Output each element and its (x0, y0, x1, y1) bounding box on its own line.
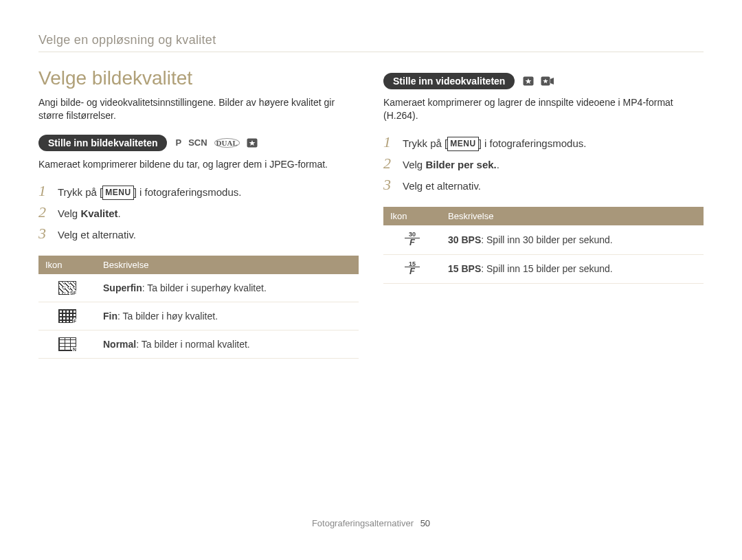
step-2: 2 Velg Bilder per sek.. (383, 155, 704, 173)
subsection-desc: Kameraet komprimerer og lagrer de innspi… (383, 96, 704, 122)
pill-video-quality: Stille inn videokvaliteten (383, 73, 515, 89)
right-column: Stille inn videokvaliteten Kameraet komp… (383, 67, 704, 359)
row-bold: Normal (103, 339, 136, 350)
subsection-header-row: Stille inn bildekvaliteten P SCN DUAL (38, 135, 359, 151)
mode-video-icon (541, 76, 554, 86)
step-3-text: Velg et alternativ. (58, 227, 136, 243)
step-1-post: ] i fotograferingsmodus. (134, 186, 242, 198)
quality-normal-icon (58, 337, 76, 351)
row-rest: : Spill inn 15 bilder per sekund. (481, 263, 612, 274)
subsection-header-row: Stille inn videokvaliteten (383, 73, 704, 89)
step-1: 1 Trykk på [MENU] i fotograferingsmodus. (38, 182, 359, 201)
mode-p-icon: P (175, 137, 181, 148)
section-title: Velge bildekvalitet (38, 67, 359, 89)
intro-text: Angi bilde- og videokvalitetsinnstilling… (38, 96, 359, 122)
th-desc: Beskrivelse (441, 207, 704, 225)
step-2-pre: Velg (403, 159, 425, 170)
row-rest: : Spill inn 30 bilder per sekund. (481, 234, 612, 245)
table-row: 30F 30 BPS: Spill inn 30 bilder per seku… (383, 225, 704, 254)
steps-list: 1 Trykk på [MENU] i fotograferingsmodus.… (38, 182, 359, 243)
step-1: 1 Trykk på [MENU] i fotograferingsmodus. (383, 133, 704, 152)
mode-dual-icon: DUAL (214, 138, 240, 148)
step-2-bold: Kvalitet (80, 208, 117, 219)
row-rest: : Ta bilder i normal kvalitet. (136, 339, 249, 350)
footer-page-number: 50 (420, 518, 430, 528)
image-quality-table: Ikon Beskrivelse Superfin: Ta bilder i s… (38, 256, 359, 359)
step-2-pre: Velg (58, 208, 80, 219)
th-desc: Beskrivelse (96, 256, 359, 274)
row-bold: 15 BPS (448, 263, 481, 274)
page-footer: Fotograferingsalternativer 50 (0, 518, 742, 528)
step-3-text: Velg et alternativ. (403, 178, 481, 194)
quality-fine-icon (58, 309, 76, 323)
left-column: Velge bildekvalitet Angi bilde- og video… (38, 67, 359, 359)
mode-star-icon (247, 138, 258, 148)
menu-button-label: MENU (447, 137, 478, 151)
fps-30-icon: 30F (405, 232, 420, 246)
row-rest: : Ta bilder i høy kvalitet. (117, 311, 218, 322)
step-3: 3 Velg et alternativ. (383, 176, 704, 194)
subsection-desc: Kameraet komprimerer bildene du tar, og … (38, 158, 359, 171)
row-bold: 30 BPS (448, 234, 481, 245)
mode-star-icon (523, 76, 534, 86)
table-row: 15F 15 BPS: Spill inn 15 bilder per seku… (383, 254, 704, 284)
table-row: Fin: Ta bilder i høy kvalitet. (38, 302, 359, 330)
steps-list: 1 Trykk på [MENU] i fotograferingsmodus.… (383, 133, 704, 194)
step-1-pre: Trykk på [ (58, 186, 102, 198)
step-3: 3 Velg et alternativ. (38, 225, 359, 243)
step-1-pre: Trykk på [ (403, 137, 447, 149)
th-icon: Ikon (383, 207, 441, 225)
step-2: 2 Velg Kvalitet. (38, 203, 359, 222)
table-row: Superfin: Ta bilder i superhøy kvalitet. (38, 274, 359, 302)
mode-icons: P SCN DUAL (175, 137, 257, 148)
mode-icons (523, 76, 554, 86)
breadcrumb: Velge en oppløsning og kvalitet (38, 33, 704, 47)
step-2-post: . (118, 208, 121, 219)
row-rest: : Ta bilder i superhøy kvalitet. (142, 282, 267, 293)
mode-scn-icon: SCN (188, 137, 207, 148)
step-2-bold: Bilder per sek. (425, 159, 496, 170)
divider (38, 52, 704, 52)
step-2-post: . (497, 159, 499, 170)
row-bold: Superfin (103, 282, 142, 293)
step-1-post: ] i fotograferingsmodus. (479, 137, 587, 149)
row-bold: Fin (103, 311, 117, 322)
pill-image-quality: Stille inn bildekvaliteten (38, 135, 167, 151)
th-icon: Ikon (38, 256, 96, 274)
table-row: Normal: Ta bilder i normal kvalitet. (38, 330, 359, 358)
fps-15-icon: 15F (405, 262, 420, 276)
quality-superfine-icon (58, 281, 76, 295)
footer-section: Fotograferingsalternativer (312, 518, 414, 528)
menu-button-label: MENU (102, 186, 133, 200)
video-quality-table: Ikon Beskrivelse 30F 30 BPS: Spill inn 3… (383, 207, 704, 284)
